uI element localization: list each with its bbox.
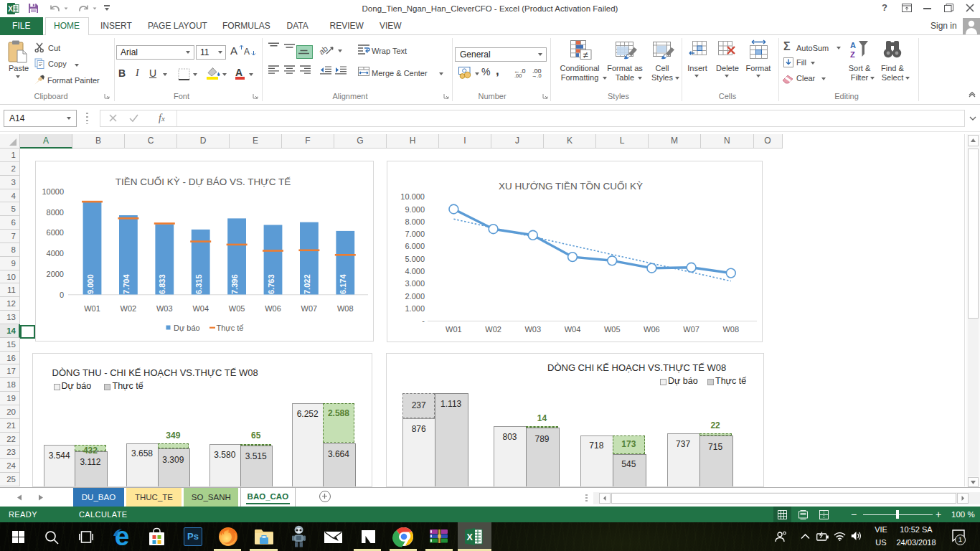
svg-text:Thực tế: Thực tế <box>217 324 244 332</box>
svg-text:6.763: 6.763 <box>267 274 275 294</box>
svg-text:W02: W02 <box>485 325 501 334</box>
svg-text:W07: W07 <box>683 325 699 334</box>
svg-text:Z: Z <box>850 50 855 59</box>
svg-text:W06: W06 <box>265 304 281 313</box>
svg-text:4000: 4000 <box>47 249 64 258</box>
svg-text:6.833: 6.833 <box>158 274 166 294</box>
svg-text:10.000: 10.000 <box>400 192 425 201</box>
svg-text:W06: W06 <box>644 325 660 334</box>
svg-text:7.396: 7.396 <box>230 274 239 294</box>
svg-text:0: 0 <box>60 291 64 299</box>
svg-text:W05: W05 <box>603 325 620 334</box>
svg-text:1.000: 1.000 <box>405 304 425 313</box>
svg-text:W04: W04 <box>192 304 209 313</box>
svg-text:6.174: 6.174 <box>339 274 347 294</box>
svg-text:W08: W08 <box>337 304 354 313</box>
svg-text:TIỀN CUỐI KỲ - DỰ BÁO VS. THỰC: TIỀN CUỐI KỲ - DỰ BÁO VS. THỰC TẾ <box>116 176 291 187</box>
svg-text:W03: W03 <box>524 325 541 334</box>
svg-text:-: - <box>422 316 425 325</box>
svg-text:XU HƯỚNG TIỀN TỒN CUỐI KỲ: XU HƯỚNG TIỀN TỒN CUỐI KỲ <box>498 181 642 192</box>
svg-text:.00: .00 <box>514 72 522 79</box>
svg-text:W05: W05 <box>229 304 245 313</box>
svg-text:4.000: 4.000 <box>405 267 425 276</box>
svg-text:W08: W08 <box>722 325 739 334</box>
svg-text:10000: 10000 <box>42 187 64 196</box>
svg-text:5.000: 5.000 <box>405 255 425 263</box>
svg-text:9.000: 9.000 <box>405 205 425 214</box>
svg-text:W07: W07 <box>301 304 318 313</box>
svg-text:W01: W01 <box>84 304 100 313</box>
svg-text:W03: W03 <box>156 304 173 313</box>
svg-text:6000: 6000 <box>47 228 64 237</box>
svg-text:8000: 8000 <box>47 208 64 217</box>
svg-text:W01: W01 <box>446 325 462 334</box>
svg-text:7.704: 7.704 <box>122 274 131 294</box>
svg-text:W04: W04 <box>564 325 580 334</box>
svg-text:W02: W02 <box>121 304 137 313</box>
svg-text:A: A <box>850 41 856 50</box>
svg-text:≠: ≠ <box>583 50 588 60</box>
svg-text:7.000: 7.000 <box>405 230 425 238</box>
svg-text:6.000: 6.000 <box>405 242 425 250</box>
svg-text:6.315: 6.315 <box>194 274 203 294</box>
svg-text:2000: 2000 <box>47 270 64 278</box>
svg-text:X: X <box>467 532 473 542</box>
svg-text:9.000: 9.000 <box>86 274 95 294</box>
svg-text:7.022: 7.022 <box>303 274 311 294</box>
svg-text:2.000: 2.000 <box>405 292 425 301</box>
svg-text:→.0: →.0 <box>532 72 542 79</box>
svg-text:ab: ab <box>317 44 329 56</box>
svg-text:Dự báo: Dự báo <box>174 324 200 332</box>
svg-text:8.000: 8.000 <box>405 217 425 226</box>
svg-text:3.000: 3.000 <box>405 279 425 288</box>
